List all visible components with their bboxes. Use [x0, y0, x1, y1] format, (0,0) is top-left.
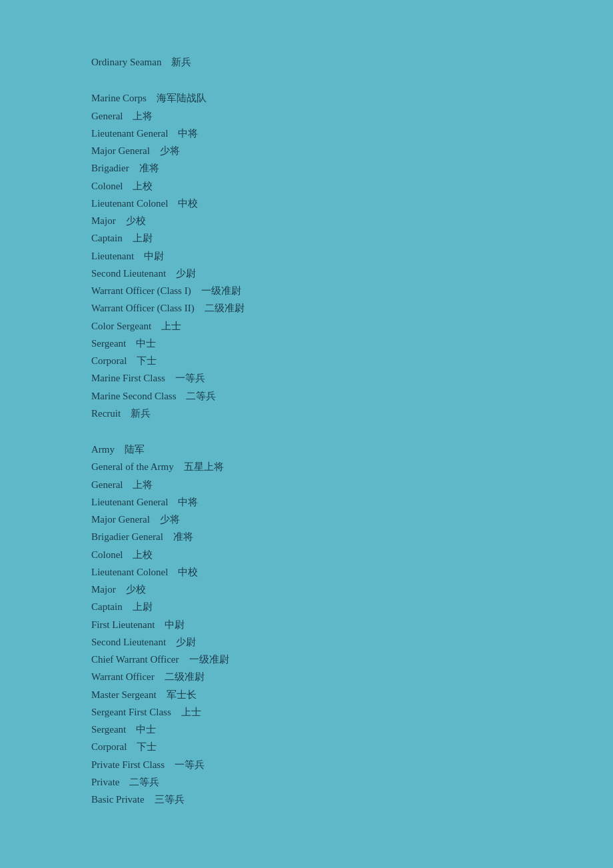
list-item: Lieutenant General 中将 [91, 125, 613, 142]
list-item: Corporal 下士 [91, 738, 613, 755]
list-item: Private 二等兵 [91, 773, 613, 791]
section-header-marine_corps: Marine Corps 海军陆战队 [91, 89, 613, 107]
list-item: Lieutenant General 中将 [91, 493, 613, 511]
list-item: Lieutenant 中尉 [91, 247, 613, 265]
list-item: Warrant Officer (Class I) 一级准尉 [91, 282, 613, 299]
list-item: Major 少校 [91, 212, 613, 229]
list-item: Major General 少将 [91, 511, 613, 528]
list-item: Second Lieutenant 少尉 [91, 633, 613, 651]
list-item: Marine First Class 一等兵 [91, 369, 613, 387]
list-item: Corporal 下士 [91, 352, 613, 369]
list-item: Marine Second Class 二等兵 [91, 387, 613, 405]
list-item: Warrant Officer 二级准尉 [91, 668, 613, 685]
list-item: General 上将 [91, 476, 613, 493]
list-item: Warrant Officer (Class II) 二级准尉 [91, 299, 613, 317]
list-item: Major General 少将 [91, 142, 613, 159]
list-item: Sergeant 中士 [91, 721, 613, 738]
list-item: Recruit 新兵 [91, 405, 613, 422]
list-item: Color Sergeant 上士 [91, 317, 613, 335]
list-item: Master Sergeant 军士长 [91, 686, 613, 703]
list-item: Basic Private 三等兵 [91, 791, 613, 808]
list-item: Private First Class 一等兵 [91, 756, 613, 773]
list-item: General 上将 [91, 107, 613, 125]
list-item: Second Lieutenant 少尉 [91, 265, 613, 282]
section-header-army: Army 陆军 [91, 441, 613, 458]
list-item: Lieutenant Colonel 中校 [91, 563, 613, 581]
list-item: Captain 上尉 [91, 598, 613, 615]
list-item: First Lieutenant 中尉 [91, 616, 613, 633]
list-item: Colonel 上校 [91, 177, 613, 195]
list-item: Captain 上尉 [91, 229, 613, 247]
list-item: Brigadier 准将 [91, 159, 613, 177]
list-item: Sergeant First Class 上士 [91, 703, 613, 721]
list-item: Major 少校 [91, 581, 613, 598]
list-item: General of the Army 五星上将 [91, 458, 613, 475]
list-item: Brigadier General 准将 [91, 528, 613, 545]
main-content: Ordinary Seaman 新兵Marine Corps 海军陆战队Gene… [91, 53, 613, 808]
list-item: Chief Warrant Officer 一级准尉 [91, 651, 613, 668]
list-item: Ordinary Seaman 新兵 [91, 53, 613, 71]
list-item: Lieutenant Colonel 中校 [91, 195, 613, 212]
list-item: Sergeant 中士 [91, 335, 613, 352]
list-item: Colonel 上校 [91, 546, 613, 563]
